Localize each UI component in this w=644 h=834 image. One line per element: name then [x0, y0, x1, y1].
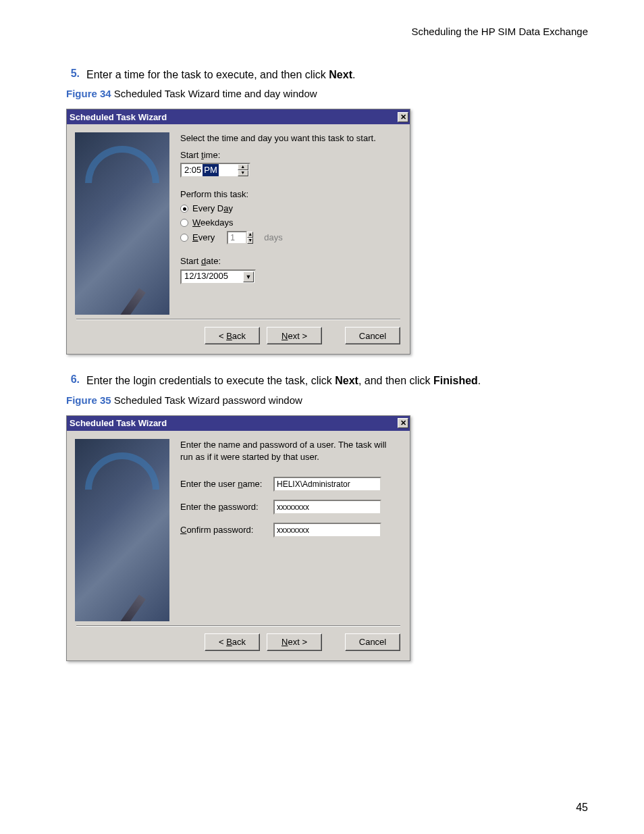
username-label: Enter the user name: [180, 478, 268, 490]
underline: n [238, 479, 242, 489]
underline: N [281, 637, 288, 647]
intro-text: Enter the name and password of a user. T… [180, 439, 390, 463]
start-date-label: Start date: [180, 255, 400, 267]
radio-weekdays[interactable]: Weekdays [180, 217, 400, 229]
dialog-title: Scheduled Task Wizard [70, 418, 167, 428]
underline: W [192, 217, 200, 228]
step-number: 6. [66, 373, 80, 386]
scheduled-task-wizard-password-dialog: Scheduled Task Wizard ✕ Enter the name a… [66, 415, 410, 661]
figure-text: Scheduled Task Wizard time and day windo… [111, 88, 317, 99]
text: Enter the login credentials to execute t… [86, 375, 335, 386]
text: assword: [223, 502, 259, 512]
start-date-input[interactable]: 12/13/2005 ▼ [180, 269, 256, 284]
figure-35-caption: Figure 35 Scheduled Task Wizard password… [66, 394, 588, 406]
scheduled-task-wizard-time-dialog: Scheduled Task Wizard ✕ Select the time … [66, 109, 410, 355]
text: ame: [243, 479, 263, 489]
every-days-input[interactable] [227, 231, 247, 244]
text: Enter the user [180, 479, 238, 489]
page-number: 45 [576, 802, 588, 814]
text: ime: [204, 150, 221, 160]
dialog-buttons: < Back Next > Cancel [67, 627, 410, 660]
close-icon[interactable]: ✕ [398, 418, 408, 428]
dialog-buttons: < Back Next > Cancel [67, 320, 410, 354]
text: < [219, 637, 226, 647]
cancel-button[interactable]: Cancel [345, 633, 400, 651]
start-time-input[interactable]: 2:05 PM ▲ ▼ [180, 163, 250, 178]
bold-next: Next [329, 69, 352, 80]
dialog-titlebar: Scheduled Task Wizard ✕ [67, 416, 410, 431]
spin-down-icon[interactable]: ▼ [247, 238, 253, 244]
underline: B [226, 637, 232, 647]
page-header: Scheduling the HP SIM Data Exchange [56, 26, 588, 37]
text: . [478, 375, 481, 386]
cancel-button[interactable]: Cancel [345, 327, 400, 344]
confirm-password-input[interactable] [273, 523, 381, 538]
text: Start [180, 150, 201, 160]
days-spinner[interactable]: ▲ ▼ [247, 232, 253, 244]
dialog-title: Scheduled Task Wizard [70, 112, 167, 122]
time-spinner[interactable]: ▲ ▼ [238, 164, 248, 176]
text: ack [232, 637, 246, 647]
dropdown-icon[interactable]: ▼ [243, 271, 254, 282]
text: Enter the [180, 502, 218, 512]
dialog-content: Enter the name and password of a user. T… [180, 439, 400, 621]
underline: N [281, 331, 288, 341]
radio-icon[interactable] [180, 205, 188, 213]
next-button[interactable]: Next > [267, 327, 322, 344]
intro-text: Select the time and day you want this ta… [180, 132, 400, 145]
spin-down-icon[interactable]: ▼ [238, 170, 248, 176]
close-icon[interactable]: ✕ [398, 112, 408, 122]
credentials-grid: Enter the user name: Enter the password:… [180, 477, 400, 538]
date-value: 12/13/2005 [184, 270, 228, 282]
text: onfirm password: [186, 525, 253, 535]
radio-every-n-days[interactable]: Every ▲ ▼ days [180, 231, 400, 244]
step-text: Enter the login credentials to execute t… [86, 373, 481, 388]
step-5: 5. Enter a time for the task to execute,… [56, 68, 588, 82]
spin-up-icon[interactable]: ▲ [247, 232, 253, 238]
bold-finished: Finished [433, 375, 478, 386]
bold-next: Next [335, 375, 358, 386]
time-value: 2:05 [184, 164, 201, 176]
password-input[interactable] [273, 500, 381, 515]
perform-task-label: Perform this task: [180, 188, 400, 201]
figure-text: Scheduled Task Wizard password window [111, 394, 302, 406]
back-button[interactable]: < Back [205, 633, 260, 651]
text: y [228, 203, 233, 213]
dialog-body: Enter the name and password of a user. T… [67, 431, 410, 625]
text: . [352, 69, 355, 80]
figure-label: Figure 35 [66, 394, 111, 406]
password-label: Enter the password: [180, 501, 268, 513]
text: ext > [288, 331, 307, 341]
radio-label: Every Day [192, 203, 233, 215]
dialog-body: Select the time and day you want this ta… [67, 124, 410, 319]
username-input[interactable] [273, 477, 381, 492]
radio-icon[interactable] [180, 219, 188, 227]
radio-icon[interactable] [180, 234, 188, 242]
spin-up-icon[interactable]: ▲ [238, 164, 248, 170]
underline: C [180, 525, 186, 535]
step-text: Enter a time for the task to execute, an… [86, 68, 355, 82]
radio-every-day[interactable]: Every Day [180, 203, 400, 215]
back-button[interactable]: < Back [205, 327, 260, 344]
text: very [198, 232, 215, 242]
underline: E [192, 232, 198, 242]
figure-label: Figure 34 [66, 88, 111, 99]
text: , and then click [358, 375, 433, 386]
wizard-image [75, 132, 169, 315]
underline: p [218, 502, 223, 512]
dialog-content: Select the time and day you want this ta… [180, 132, 400, 315]
text: ext > [288, 637, 307, 647]
next-button[interactable]: Next > [267, 633, 322, 651]
text: ate: [206, 256, 221, 266]
text: eekdays [200, 217, 233, 228]
text: Every D [192, 203, 223, 213]
time-ampm: PM [203, 164, 219, 176]
dialog-titlebar: Scheduled Task Wizard ✕ [67, 109, 410, 124]
radio-label: Every [192, 232, 215, 244]
wizard-image [75, 439, 169, 621]
step-number: 5. [66, 68, 80, 80]
text: Enter a time for the task to execute, an… [86, 69, 329, 80]
text: ack [232, 331, 246, 341]
text: < [219, 331, 226, 341]
step-6: 6. Enter the login credentials to execut… [56, 373, 588, 388]
